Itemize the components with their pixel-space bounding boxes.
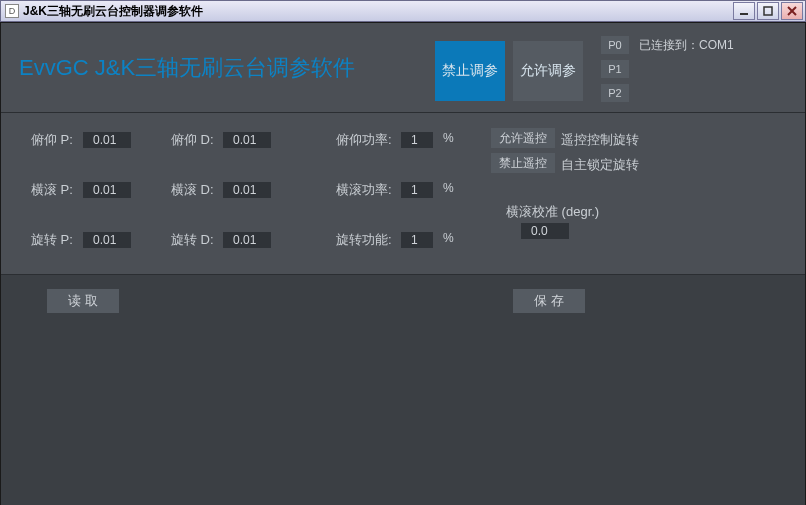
app-icon: D xyxy=(5,4,19,18)
auto-lock-text: 自主锁定旋转 xyxy=(561,156,639,174)
roll-p-label: 横滚 P: xyxy=(31,181,73,199)
svg-rect-1 xyxy=(764,7,772,15)
pitch-p-label: 俯仰 P: xyxy=(31,131,73,149)
percent-label: % xyxy=(443,231,454,245)
window-buttons xyxy=(731,2,803,20)
port-p2-button[interactable]: P2 xyxy=(601,84,629,102)
app-title: EvvGC J&K三轴无刷云台调参软件 xyxy=(19,53,355,83)
params-panel: 俯仰 P: 俯仰 D: 俯仰功率: % 横滚 P: 横滚 D: 横滚功率: % … xyxy=(1,113,805,275)
roll-power-input[interactable] xyxy=(401,182,433,198)
enable-tuning-button[interactable]: 允许调参 xyxy=(513,41,583,101)
bottom-panel: 读 取 保 存 xyxy=(1,275,805,505)
allow-rc-button[interactable]: 允许遥控 xyxy=(491,128,555,148)
port-column: P0 已连接到：COM1 P1 P2 xyxy=(601,33,734,105)
window-title: J&K三轴无刷云台控制器调参软件 xyxy=(23,3,203,20)
roll-power-label: 横滚功率: xyxy=(336,181,392,199)
deny-rc-button[interactable]: 禁止遥控 xyxy=(491,153,555,173)
yaw-func-input[interactable] xyxy=(401,232,433,248)
roll-calib-label: 横滚校准 (degr.) xyxy=(506,203,599,221)
yaw-d-input[interactable] xyxy=(223,232,271,248)
disable-tuning-button[interactable]: 禁止调参 xyxy=(435,41,505,101)
minimize-button[interactable] xyxy=(733,2,755,20)
client-area: EvvGC J&K三轴无刷云台调参软件 禁止调参 允许调参 P0 已连接到：CO… xyxy=(0,22,806,505)
yaw-func-label: 旋转功能: xyxy=(336,231,392,249)
maximize-button[interactable] xyxy=(757,2,779,20)
roll-d-input[interactable] xyxy=(223,182,271,198)
pitch-power-label: 俯仰功率: xyxy=(336,131,392,149)
port-p1-button[interactable]: P1 xyxy=(601,60,629,78)
roll-p-input[interactable] xyxy=(83,182,131,198)
pitch-d-input[interactable] xyxy=(223,132,271,148)
rc-control-text: 遥控控制旋转 xyxy=(561,131,639,149)
connection-status: 已连接到：COM1 xyxy=(639,37,734,54)
pitch-p-input[interactable] xyxy=(83,132,131,148)
yaw-d-label: 旋转 D: xyxy=(171,231,214,249)
titlebar: D J&K三轴无刷云台控制器调参软件 xyxy=(0,0,806,22)
header-strip: EvvGC J&K三轴无刷云台调参软件 禁止调参 允许调参 P0 已连接到：CO… xyxy=(1,23,805,113)
pitch-d-label: 俯仰 D: xyxy=(171,131,214,149)
percent-label: % xyxy=(443,131,454,145)
yaw-p-input[interactable] xyxy=(83,232,131,248)
close-button[interactable] xyxy=(781,2,803,20)
read-button[interactable]: 读 取 xyxy=(47,289,119,313)
save-button[interactable]: 保 存 xyxy=(513,289,585,313)
pitch-power-input[interactable] xyxy=(401,132,433,148)
roll-calib-input[interactable] xyxy=(521,223,569,239)
percent-label: % xyxy=(443,181,454,195)
yaw-p-label: 旋转 P: xyxy=(31,231,73,249)
roll-d-label: 横滚 D: xyxy=(171,181,214,199)
port-p0-button[interactable]: P0 xyxy=(601,36,629,54)
